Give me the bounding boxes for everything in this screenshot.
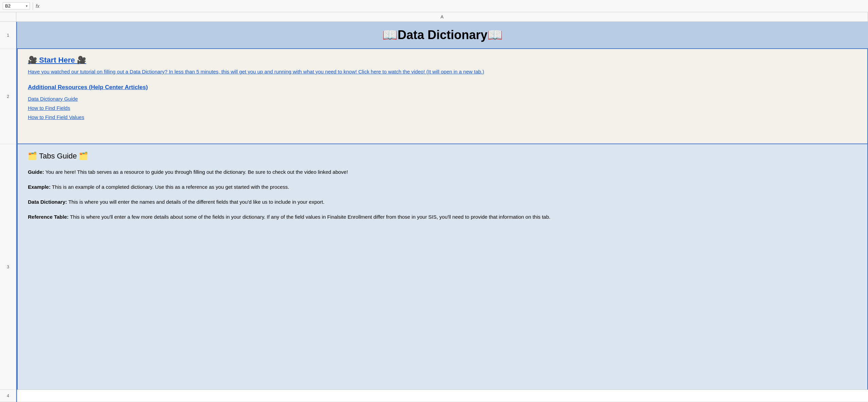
formula-bar: B2 ▾ fx: [0, 0, 868, 12]
fx-label: fx: [36, 3, 39, 9]
tabs-guide-heading: 🗂️ Tabs Guide 🗂️: [28, 152, 857, 161]
cell-reference-box[interactable]: B2 ▾: [3, 2, 30, 10]
row-num-3: 3: [0, 144, 16, 390]
cell-ref-dropdown-arrow[interactable]: ▾: [26, 4, 28, 8]
additional-resources-heading: Additional Resources (Help Center Articl…: [28, 84, 857, 91]
cell-ref-label: B2: [5, 3, 11, 9]
empty-row-4: [17, 390, 868, 402]
row-num-1: 1: [0, 22, 16, 49]
grid-body: 1 2 3 4 📖Data Dictionary📖 🎥 Start Here 🎥…: [0, 22, 868, 402]
column-header-a[interactable]: A: [16, 12, 868, 21]
spreadsheet-container: B2 ▾ fx A 1 2 3 4: [0, 0, 868, 402]
column-headers-row: A: [0, 12, 868, 22]
start-here-heading: 🎥 Start Here 🎥: [28, 56, 857, 65]
tutorial-video-link[interactable]: Have you watched our tutorial on filling…: [28, 68, 857, 76]
row-num-4: 4: [0, 390, 16, 402]
data-column: 📖Data Dictionary📖 🎥 Start Here 🎥 Have yo…: [16, 22, 868, 402]
formula-divider: [33, 2, 33, 10]
how-to-find-fields-link[interactable]: How to Find Fields: [28, 103, 857, 113]
how-to-find-field-values-link[interactable]: How to Find Field Values: [28, 113, 857, 122]
title-row: 📖Data Dictionary📖: [17, 22, 868, 49]
data-dictionary-guide-link[interactable]: Data Dictionary Guide: [28, 94, 857, 103]
row-num-2: 2: [0, 49, 16, 144]
spreadsheet-title: 📖Data Dictionary📖: [382, 28, 503, 42]
tabs-guide-body: Guide: You are here! This tab serves as …: [28, 168, 857, 221]
start-here-row: 🎥 Start Here 🎥 Have you watched our tuto…: [17, 49, 868, 144]
corner-header: [0, 12, 16, 21]
row-numbers-column: 1 2 3 4: [0, 22, 16, 402]
tabs-guide-row: 🗂️ Tabs Guide 🗂️ Guide: You are here! Th…: [17, 144, 868, 390]
